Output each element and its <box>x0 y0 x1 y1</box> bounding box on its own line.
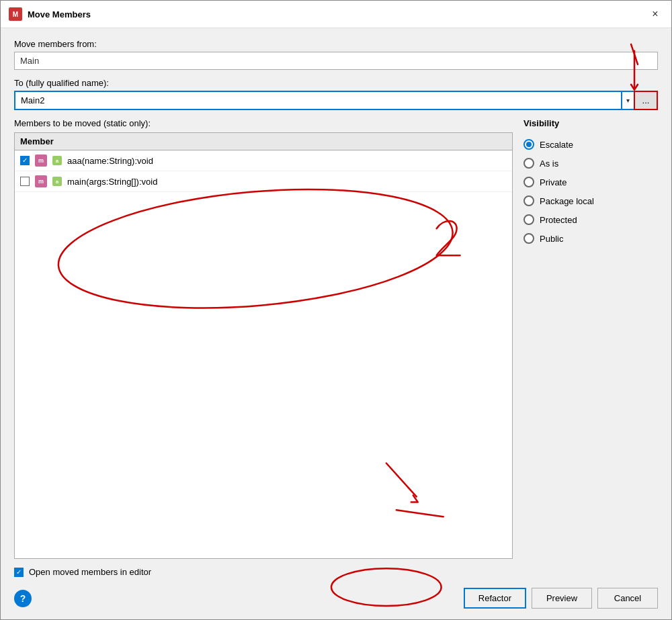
dialog-icon: M <box>9 7 22 21</box>
open-editor-checkbox[interactable] <box>14 568 24 577</box>
action-buttons: Refactor Preview Cancel <box>464 588 658 609</box>
row2-checkbox[interactable] <box>20 177 30 186</box>
open-editor-row: Open moved members in editor <box>14 567 658 577</box>
member-column-header: Member <box>20 136 54 146</box>
radio-protected-label: Protected <box>540 215 577 225</box>
from-input[interactable] <box>14 52 658 70</box>
radio-escalate[interactable]: Escalate <box>523 136 658 152</box>
radio-protected[interactable]: Protected <box>523 212 658 228</box>
to-field-section: To (fully qualified name): ▾ ... <box>14 78 658 110</box>
to-label: To (fully qualified name): <box>14 78 658 88</box>
refactor-button[interactable]: Refactor <box>464 588 526 609</box>
radio-public-circle[interactable] <box>523 233 534 244</box>
close-button[interactable]: × <box>647 6 663 22</box>
members-label: Members to be moved (static only): <box>14 118 513 128</box>
bottom-section: Open moved members in editor ? Refactor … <box>14 567 658 609</box>
radio-private[interactable]: Private <box>523 174 658 190</box>
radio-public[interactable]: Public <box>523 230 658 247</box>
row1-checkbox[interactable] <box>20 156 30 165</box>
members-section: Members to be moved (static only): Membe… <box>14 118 513 559</box>
radio-as-is-circle[interactable] <box>523 158 534 169</box>
table-row: m a main(args:String[]):void <box>15 171 512 192</box>
members-table: Member m a aaa(name:String):void m a <box>14 132 513 559</box>
radio-escalate-label: Escalate <box>540 140 573 150</box>
radio-as-is-label: As is <box>540 159 558 169</box>
main-area: Members to be moved (static only): Membe… <box>14 118 658 559</box>
dialog-body: Move members from: To (fully qualified n… <box>1 28 671 619</box>
row2-method-icon: m <box>35 175 47 187</box>
row1-method-icon: m <box>35 154 47 167</box>
title-bar: M Move Members × <box>1 1 671 28</box>
row2-member-name: main(args:String[]):void <box>67 177 157 187</box>
radio-as-is[interactable]: As is <box>523 155 658 171</box>
preview-button[interactable]: Preview <box>532 588 592 609</box>
cancel-button[interactable]: Cancel <box>597 588 658 609</box>
from-field-section: Move members from: <box>14 39 658 70</box>
table-header: Member <box>15 133 512 150</box>
help-button[interactable]: ? <box>14 590 32 607</box>
browse-button[interactable]: ... <box>634 91 658 110</box>
table-row: m a aaa(name:String):void <box>15 150 512 171</box>
radio-escalate-circle[interactable] <box>523 139 534 150</box>
to-input[interactable] <box>14 91 621 110</box>
radio-package-local-circle[interactable] <box>523 195 534 206</box>
row2-access-icon: a <box>52 177 62 186</box>
dialog-title: Move Members <box>28 9 647 19</box>
radio-package-local[interactable]: Package local <box>523 193 658 209</box>
radio-private-label: Private <box>540 177 566 187</box>
visibility-title: Visibility <box>523 118 658 128</box>
radio-package-local-label: Package local <box>540 196 594 206</box>
open-editor-label: Open moved members in editor <box>29 567 151 577</box>
row1-member-name: aaa(name:String):void <box>67 156 153 166</box>
button-row: ? Refactor Preview Cancel <box>14 585 658 609</box>
from-label: Move members from: <box>14 39 658 49</box>
visibility-section: Visibility Escalate As is Private Packag… <box>523 118 658 559</box>
row1-access-icon: a <box>52 156 62 165</box>
move-members-dialog: M Move Members × Move members from: To (… <box>0 0 672 620</box>
radio-private-circle[interactable] <box>523 177 534 187</box>
dropdown-arrow-button[interactable]: ▾ <box>621 91 634 110</box>
radio-public-label: Public <box>540 234 563 244</box>
radio-protected-circle[interactable] <box>523 214 534 225</box>
to-dropdown-row: ▾ ... <box>14 91 658 110</box>
